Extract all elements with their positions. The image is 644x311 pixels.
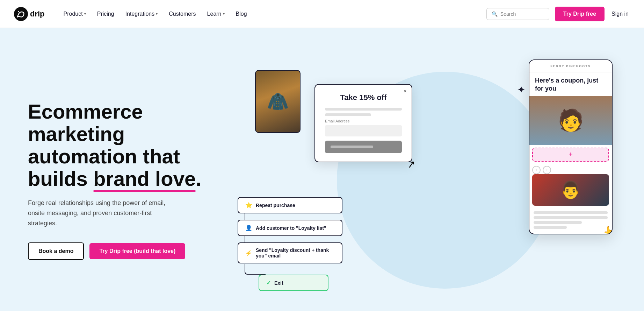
brand-name: FERRY PINEROOTS	[535, 64, 606, 68]
email-card-header: FERRY PINEROOTS	[529, 60, 612, 72]
popup-divider-short	[325, 113, 371, 116]
automation-flow: ⭐ Repeat purchase 👤 Add customer to "Loy…	[238, 197, 342, 290]
flow-connector-1	[245, 213, 245, 220]
email-card: FERRY PINEROOTS Here's a coupon, just fo…	[529, 59, 613, 234]
try-drip-free-button[interactable]: Try Drip free	[555, 7, 605, 21]
popup-card: 🧥 × Take 15% off Email Address ↗	[259, 70, 391, 148]
flow-curve	[245, 264, 266, 275]
chevron-down-icon-3: ▾	[223, 12, 225, 16]
check-icon: ✓	[266, 280, 271, 286]
star-icon: ⭐	[245, 202, 252, 208]
hero-illustration: ✦ ✦ 🧥 × Take 15% off Email Address ↗	[231, 49, 616, 311]
try-drip-hero-button[interactable]: Try Drip free (build that love)	[89, 243, 185, 259]
plus-icon: +	[569, 150, 573, 158]
logo[interactable]: drip	[14, 7, 45, 21]
nav-learn[interactable]: Learn ▾	[202, 8, 230, 20]
sign-in-button[interactable]: Sign in	[610, 8, 630, 20]
navbar: drip Product ▾ Pricing Integrations ▾ Cu…	[0, 0, 644, 28]
flow-item-exit: ✓ Exit	[259, 275, 328, 291]
search-icon: 🔍	[492, 11, 498, 17]
popup-divider	[325, 108, 402, 111]
email-card-image: 🧑	[529, 96, 612, 145]
nav-pricing[interactable]: Pricing	[92, 8, 119, 20]
email-add-section[interactable]: +	[532, 148, 609, 162]
text-line-1	[534, 211, 608, 214]
flow-item-2: 👤 Add customer to "Loyalty list"	[238, 220, 342, 236]
popup-email-label: Email Address	[325, 119, 402, 123]
logo-text: drip	[30, 9, 45, 19]
nav-integrations[interactable]: Integrations ▾	[121, 8, 163, 20]
flow-label-1: Repeat purchase	[256, 203, 295, 208]
flow-connector-2	[245, 235, 245, 242]
text-line-3	[534, 221, 582, 224]
popup-submit-button[interactable]	[325, 141, 402, 153]
flow-label-exit: Exit	[274, 280, 283, 286]
nav-right: 🔍 Try Drip free Sign in	[486, 7, 630, 21]
email-plus-row: + +	[529, 164, 612, 174]
email-card-title: Here's a coupon, just for you	[529, 72, 612, 96]
popup-btn-text	[331, 146, 373, 148]
search-input[interactable]	[500, 11, 544, 17]
chevron-down-icon: ▾	[84, 12, 86, 16]
nav-links: Product ▾ Pricing Integrations ▾ Custome…	[59, 8, 486, 20]
hero-highlight: brand love	[93, 168, 196, 190]
hero-section: Ecommerce marketing automation that buil…	[0, 28, 644, 311]
email-text-lines	[529, 208, 612, 234]
hand-cursor-icon: 👆	[603, 226, 613, 234]
hero-title: Ecommerce marketing automation that buil…	[28, 100, 231, 190]
search-box[interactable]: 🔍	[486, 8, 549, 20]
svg-point-1	[18, 11, 19, 12]
text-line-4	[534, 226, 567, 229]
plus-circle-icon-2: +	[543, 166, 551, 174]
text-line-2	[534, 216, 608, 219]
sparkle-icon: ✦	[517, 84, 525, 96]
popup-close-icon[interactable]: ×	[404, 88, 407, 94]
book-demo-button[interactable]: Book a demo	[28, 242, 84, 260]
hero-left: Ecommerce marketing automation that buil…	[28, 100, 231, 260]
popup-title: Take 15% off	[325, 93, 402, 102]
popup-email-input[interactable]	[325, 125, 402, 136]
plus-circle-icon: +	[532, 166, 541, 174]
nav-blog[interactable]: Blog	[231, 8, 252, 20]
svg-point-0	[14, 7, 28, 21]
lightning-icon: ⚡	[245, 250, 252, 256]
hero-buttons: Book a demo Try Drip free (build that lo…	[28, 242, 231, 260]
chevron-down-icon-2: ▾	[156, 12, 158, 16]
nav-product[interactable]: Product ▾	[59, 8, 91, 20]
hero-subtitle: Forge real relationships using the power…	[28, 198, 182, 228]
user-icon: 👤	[245, 225, 252, 231]
flow-item-3: ⚡ Send "Loyalty discount + thank you" em…	[238, 242, 342, 263]
flow-label-3: Send "Loyalty discount + thank you" emai…	[256, 247, 335, 259]
email-second-image: 👨	[532, 174, 609, 206]
nav-customers[interactable]: Customers	[164, 8, 201, 20]
flow-arrow-area	[238, 264, 342, 275]
flow-item-1: ⭐ Repeat purchase	[238, 197, 342, 213]
flow-label-2: Add customer to "Loyalty list"	[256, 225, 326, 231]
